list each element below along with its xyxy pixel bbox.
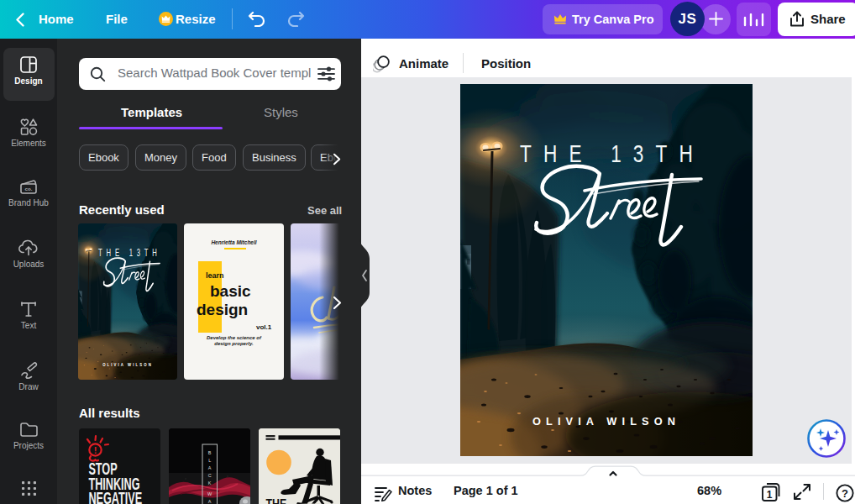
svg-text:1: 1: [767, 489, 773, 501]
svg-text:K: K: [208, 480, 212, 486]
svg-text:A: A: [208, 499, 212, 504]
svg-text:A: A: [208, 465, 212, 470]
svg-text:co.: co.: [25, 186, 33, 192]
svg-text:NEGATIVE: NEGATIVE: [88, 490, 142, 504]
svg-text:?: ?: [842, 487, 848, 500]
svg-text:!: !: [94, 445, 97, 455]
svg-text:W: W: [207, 491, 212, 496]
svg-text:THE: THE: [266, 496, 287, 504]
svg-text:B: B: [208, 450, 212, 455]
svg-text:OLIVIA WILSON: OLIVIA WILSON: [532, 416, 680, 428]
svg-text:C: C: [208, 473, 212, 478]
svg-text:L: L: [208, 458, 211, 463]
